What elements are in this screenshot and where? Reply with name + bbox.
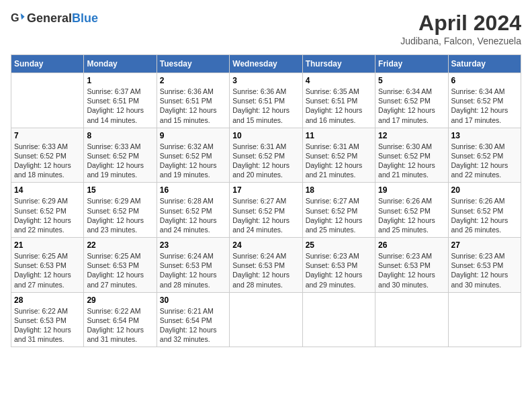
calendar-cell xyxy=(302,292,375,347)
calendar-cell: 27Sunrise: 6:23 AM Sunset: 6:53 PM Dayli… xyxy=(448,238,521,293)
calendar-cell: 16Sunrise: 6:28 AM Sunset: 6:52 PM Dayli… xyxy=(157,183,229,238)
calendar-cell: 8Sunrise: 6:33 AM Sunset: 6:52 PM Daylig… xyxy=(84,128,157,183)
calendar-cell: 15Sunrise: 6:29 AM Sunset: 6:52 PM Dayli… xyxy=(84,183,157,238)
day-number: 29 xyxy=(87,295,153,305)
day-number: 26 xyxy=(378,240,445,250)
day-header-thursday: Thursday xyxy=(302,55,375,73)
cell-content: Sunrise: 6:36 AM Sunset: 6:51 PM Dayligh… xyxy=(232,87,299,125)
week-row-2: 7Sunrise: 6:33 AM Sunset: 6:52 PM Daylig… xyxy=(11,128,521,183)
calendar-cell: 14Sunrise: 6:29 AM Sunset: 6:52 PM Dayli… xyxy=(11,183,84,238)
logo: G GeneralBlue xyxy=(11,11,98,26)
calendar-cell: 3Sunrise: 6:36 AM Sunset: 6:51 PM Daylig… xyxy=(230,73,302,128)
day-number: 7 xyxy=(14,131,81,140)
cell-content: Sunrise: 6:29 AM Sunset: 6:52 PM Dayligh… xyxy=(87,196,153,234)
calendar-cell: 7Sunrise: 6:33 AM Sunset: 6:52 PM Daylig… xyxy=(11,128,84,183)
cell-content: Sunrise: 6:34 AM Sunset: 6:52 PM Dayligh… xyxy=(378,87,445,125)
day-number: 14 xyxy=(14,185,81,195)
page-header: G GeneralBlue April 2024 Judibana, Falco… xyxy=(11,11,521,46)
day-number: 9 xyxy=(160,131,226,140)
calendar-cell xyxy=(448,292,521,347)
cell-content: Sunrise: 6:34 AM Sunset: 6:52 PM Dayligh… xyxy=(451,87,518,125)
day-number: 3 xyxy=(232,76,299,85)
day-number: 4 xyxy=(306,76,372,85)
cell-content: Sunrise: 6:24 AM Sunset: 6:53 PM Dayligh… xyxy=(160,251,226,289)
day-number: 24 xyxy=(232,240,299,250)
cell-content: Sunrise: 6:22 AM Sunset: 6:54 PM Dayligh… xyxy=(87,306,153,345)
calendar-cell: 12Sunrise: 6:30 AM Sunset: 6:52 PM Dayli… xyxy=(375,128,448,183)
cell-content: Sunrise: 6:32 AM Sunset: 6:52 PM Dayligh… xyxy=(160,142,226,180)
day-number: 21 xyxy=(14,240,81,250)
week-row-4: 21Sunrise: 6:25 AM Sunset: 6:53 PM Dayli… xyxy=(11,238,521,293)
calendar-cell: 11Sunrise: 6:31 AM Sunset: 6:52 PM Dayli… xyxy=(302,128,375,183)
cell-content: Sunrise: 6:23 AM Sunset: 6:53 PM Dayligh… xyxy=(451,251,518,289)
day-number: 19 xyxy=(378,185,445,195)
cell-content: Sunrise: 6:26 AM Sunset: 6:52 PM Dayligh… xyxy=(378,196,445,234)
logo-icon: G xyxy=(11,11,26,26)
cell-content: Sunrise: 6:25 AM Sunset: 6:53 PM Dayligh… xyxy=(14,251,81,289)
calendar-cell: 13Sunrise: 6:30 AM Sunset: 6:52 PM Dayli… xyxy=(448,128,521,183)
day-header-saturday: Saturday xyxy=(448,55,521,73)
day-number: 22 xyxy=(87,240,153,250)
calendar-cell: 2Sunrise: 6:36 AM Sunset: 6:51 PM Daylig… xyxy=(157,73,229,128)
month-title: April 2024 xyxy=(400,11,521,36)
calendar-cell: 5Sunrise: 6:34 AM Sunset: 6:52 PM Daylig… xyxy=(375,73,448,128)
calendar-cell: 26Sunrise: 6:23 AM Sunset: 6:53 PM Dayli… xyxy=(375,238,448,293)
day-number: 17 xyxy=(232,185,299,195)
calendar-cell: 6Sunrise: 6:34 AM Sunset: 6:52 PM Daylig… xyxy=(448,73,521,128)
cell-content: Sunrise: 6:33 AM Sunset: 6:52 PM Dayligh… xyxy=(14,142,81,180)
cell-content: Sunrise: 6:23 AM Sunset: 6:53 PM Dayligh… xyxy=(378,251,445,289)
cell-content: Sunrise: 6:23 AM Sunset: 6:53 PM Dayligh… xyxy=(306,251,372,289)
calendar-cell: 19Sunrise: 6:26 AM Sunset: 6:52 PM Dayli… xyxy=(375,183,448,238)
day-header-friday: Friday xyxy=(375,55,448,73)
cell-content: Sunrise: 6:36 AM Sunset: 6:51 PM Dayligh… xyxy=(160,87,226,125)
day-number: 25 xyxy=(306,240,372,250)
calendar-table: SundayMondayTuesdayWednesdayThursdayFrid… xyxy=(11,54,521,347)
calendar-cell: 21Sunrise: 6:25 AM Sunset: 6:53 PM Dayli… xyxy=(11,238,84,293)
logo-general-text: General xyxy=(27,11,72,25)
cell-content: Sunrise: 6:30 AM Sunset: 6:52 PM Dayligh… xyxy=(451,142,518,180)
calendar-cell: 25Sunrise: 6:23 AM Sunset: 6:53 PM Dayli… xyxy=(302,238,375,293)
day-number: 23 xyxy=(160,240,226,250)
day-number: 13 xyxy=(451,131,518,140)
cell-content: Sunrise: 6:30 AM Sunset: 6:52 PM Dayligh… xyxy=(378,142,445,180)
cell-content: Sunrise: 6:33 AM Sunset: 6:52 PM Dayligh… xyxy=(87,142,153,180)
day-number: 27 xyxy=(451,240,518,250)
calendar-cell: 22Sunrise: 6:25 AM Sunset: 6:53 PM Dayli… xyxy=(84,238,157,293)
day-number: 28 xyxy=(14,295,81,305)
day-number: 18 xyxy=(306,185,372,195)
cell-content: Sunrise: 6:26 AM Sunset: 6:52 PM Dayligh… xyxy=(451,196,518,234)
week-row-1: 1Sunrise: 6:37 AM Sunset: 6:51 PM Daylig… xyxy=(11,73,521,128)
cell-content: Sunrise: 6:22 AM Sunset: 6:53 PM Dayligh… xyxy=(14,306,81,345)
calendar-cell: 18Sunrise: 6:27 AM Sunset: 6:52 PM Dayli… xyxy=(302,183,375,238)
calendar-cell: 29Sunrise: 6:22 AM Sunset: 6:54 PM Dayli… xyxy=(84,292,157,347)
calendar-cell: 10Sunrise: 6:31 AM Sunset: 6:52 PM Dayli… xyxy=(230,128,302,183)
calendar-cell xyxy=(11,73,84,128)
week-row-5: 28Sunrise: 6:22 AM Sunset: 6:53 PM Dayli… xyxy=(11,292,521,347)
day-header-tuesday: Tuesday xyxy=(157,55,229,73)
cell-content: Sunrise: 6:25 AM Sunset: 6:53 PM Dayligh… xyxy=(87,251,153,289)
svg-marker-1 xyxy=(21,13,25,20)
day-number: 20 xyxy=(451,185,518,195)
day-number: 6 xyxy=(451,76,518,85)
day-number: 16 xyxy=(160,185,226,195)
logo-blue-text: Blue xyxy=(72,11,98,25)
calendar-cell xyxy=(375,292,448,347)
cell-content: Sunrise: 6:28 AM Sunset: 6:52 PM Dayligh… xyxy=(160,196,226,234)
calendar-header-row: SundayMondayTuesdayWednesdayThursdayFrid… xyxy=(11,55,521,73)
cell-content: Sunrise: 6:37 AM Sunset: 6:51 PM Dayligh… xyxy=(87,87,153,125)
calendar-cell: 4Sunrise: 6:35 AM Sunset: 6:51 PM Daylig… xyxy=(302,73,375,128)
cell-content: Sunrise: 6:31 AM Sunset: 6:52 PM Dayligh… xyxy=(232,142,299,180)
title-block: April 2024 Judibana, Falcon, Venezuela xyxy=(400,11,521,46)
day-header-monday: Monday xyxy=(84,55,157,73)
day-number: 15 xyxy=(87,185,153,195)
cell-content: Sunrise: 6:27 AM Sunset: 6:52 PM Dayligh… xyxy=(306,196,372,234)
day-header-sunday: Sunday xyxy=(11,55,84,73)
day-number: 10 xyxy=(232,131,299,140)
day-number: 5 xyxy=(378,76,445,85)
cell-content: Sunrise: 6:21 AM Sunset: 6:54 PM Dayligh… xyxy=(160,306,226,345)
cell-content: Sunrise: 6:31 AM Sunset: 6:52 PM Dayligh… xyxy=(306,142,372,180)
calendar-cell: 20Sunrise: 6:26 AM Sunset: 6:52 PM Dayli… xyxy=(448,183,521,238)
day-number: 2 xyxy=(160,76,226,85)
calendar-cell: 24Sunrise: 6:24 AM Sunset: 6:53 PM Dayli… xyxy=(230,238,302,293)
calendar-cell: 17Sunrise: 6:27 AM Sunset: 6:52 PM Dayli… xyxy=(230,183,302,238)
